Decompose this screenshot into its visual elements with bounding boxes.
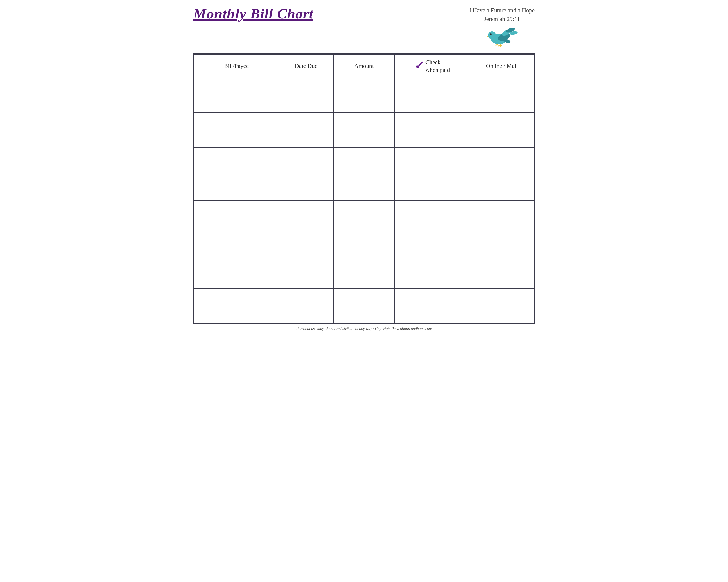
table-cell [194, 77, 279, 94]
table-cell [469, 235, 534, 253]
table-cell [395, 253, 470, 271]
subtitle-line1: I Have a Future and a Hope [469, 7, 535, 13]
table-cell [395, 112, 470, 130]
col-header-date-due: Date Due [279, 54, 334, 77]
table-cell [194, 218, 279, 235]
table-row [194, 165, 534, 183]
page-container: Monthly Bill Chart I Have a Future and a… [182, 0, 546, 336]
table-cell [194, 94, 279, 112]
table-cell [395, 200, 470, 218]
table-cell [279, 218, 334, 235]
table-row [194, 271, 534, 288]
bill-table: Bill/Payee Date Due Amount ✓ Check when … [193, 54, 535, 324]
table-cell [194, 147, 279, 165]
title-area: Monthly Bill Chart [193, 6, 313, 22]
table-cell [395, 218, 470, 235]
table-cell [194, 200, 279, 218]
table-row [194, 130, 534, 147]
table-cell [395, 130, 470, 147]
check-header-line2: when paid [425, 66, 450, 74]
table-cell [279, 165, 334, 183]
table-cell [333, 200, 395, 218]
table-cell [333, 288, 395, 306]
table-row [194, 147, 534, 165]
table-cell [194, 112, 279, 130]
table-cell [333, 130, 395, 147]
footer-text: Personal use only, do not redistribute i… [296, 327, 432, 331]
table-cell [333, 147, 395, 165]
table-cell [469, 130, 534, 147]
table-cell [395, 288, 470, 306]
table-cell [469, 306, 534, 324]
svg-point-9 [490, 33, 491, 34]
table-row [194, 218, 534, 235]
table-cell [395, 271, 470, 288]
table-cell [279, 183, 334, 200]
table-cell [279, 94, 334, 112]
table-cell [333, 77, 395, 94]
table-cell [333, 235, 395, 253]
check-header-line1: Check [425, 58, 441, 66]
table-cell [333, 183, 395, 200]
header-right: I Have a Future and a Hope Jeremiah 29:1… [469, 6, 535, 48]
check-header-text: Check when paid [425, 58, 450, 74]
col-header-amount: Amount [333, 54, 395, 77]
table-cell [279, 147, 334, 165]
table-cell [279, 306, 334, 324]
table-row [194, 306, 534, 324]
table-cell [469, 200, 534, 218]
table-cell [279, 77, 334, 94]
table-row [194, 235, 534, 253]
table-cell [333, 306, 395, 324]
table-cell [395, 183, 470, 200]
table-cell [333, 218, 395, 235]
table-cell [333, 271, 395, 288]
table-cell [194, 271, 279, 288]
table-row [194, 253, 534, 271]
col-header-check-when-paid: ✓ Check when paid [395, 54, 470, 77]
bird-icon [486, 24, 518, 47]
table-row [194, 94, 534, 112]
table-row [194, 183, 534, 200]
table-row [194, 288, 534, 306]
table-cell [469, 218, 534, 235]
table-cell [395, 165, 470, 183]
svg-point-8 [490, 33, 492, 35]
table-cell [469, 147, 534, 165]
table-cell [279, 271, 334, 288]
header: Monthly Bill Chart I Have a Future and a… [193, 6, 535, 51]
table-cell [395, 235, 470, 253]
table-cell [279, 288, 334, 306]
table-cell [279, 200, 334, 218]
bird-decoration [486, 24, 518, 48]
footer: Personal use only, do not redistribute i… [193, 324, 535, 333]
svg-marker-7 [487, 35, 488, 37]
table-cell [279, 253, 334, 271]
table-cell [333, 112, 395, 130]
table-cell [194, 235, 279, 253]
page-title: Monthly Bill Chart [193, 6, 313, 22]
table-cell [395, 147, 470, 165]
table-cell [469, 271, 534, 288]
table-cell [469, 77, 534, 94]
table-cell [194, 306, 279, 324]
table-cell [395, 94, 470, 112]
table-cell [279, 130, 334, 147]
table-cell [469, 183, 534, 200]
table-row [194, 77, 534, 94]
table-cell [194, 253, 279, 271]
table-row [194, 112, 534, 130]
table-cell [333, 165, 395, 183]
table-cell [469, 253, 534, 271]
table-cell [469, 165, 534, 183]
table-cell [194, 183, 279, 200]
checkmark-icon: ✓ [414, 60, 424, 72]
table-cell [279, 235, 334, 253]
col-header-bill-payee: Bill/Payee [194, 54, 279, 77]
table-cell [333, 94, 395, 112]
table-header-row: Bill/Payee Date Due Amount ✓ Check when … [194, 54, 534, 77]
check-header-inner: ✓ Check when paid [397, 58, 467, 74]
table-cell [469, 112, 534, 130]
subtitle-line2: Jeremiah 29:11 [484, 16, 520, 22]
table-cell [395, 306, 470, 324]
